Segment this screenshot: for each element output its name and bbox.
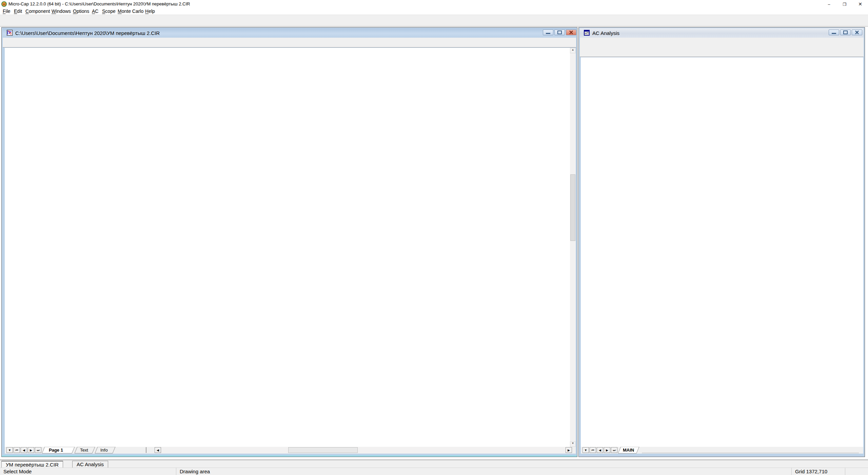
svg-text:MAIN: MAIN (623, 448, 634, 453)
svg-text:Text: Text (80, 448, 88, 453)
svg-text:Page 1: Page 1 (49, 448, 63, 453)
svg-text:Info: Info (100, 448, 108, 453)
svg-text:12: 12 (3, 3, 6, 6)
